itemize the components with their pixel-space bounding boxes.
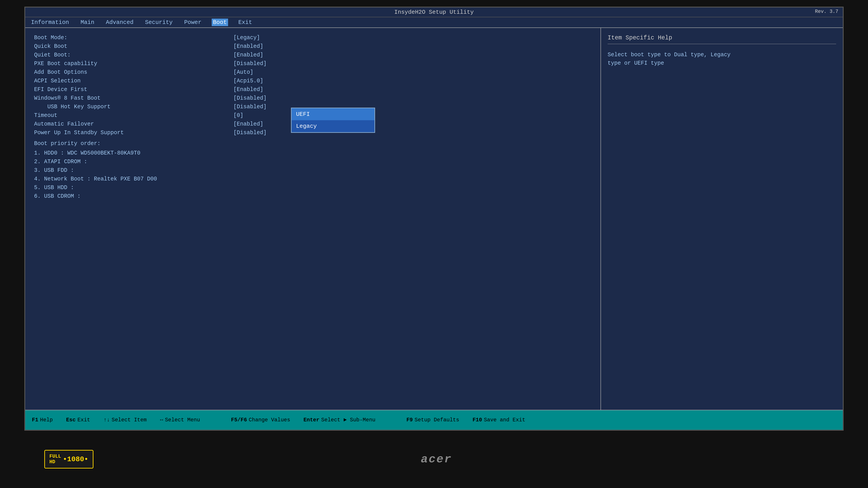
key-f10: F10 xyxy=(472,417,482,423)
value-boot-mode: [Legacy] xyxy=(234,34,260,41)
value-quiet-boot: [Enabled] xyxy=(234,52,263,58)
boot-order-item-4[interactable]: 4. Network Boot : Realtek PXE B07 D00 xyxy=(34,176,592,182)
full-hd-label: FULLHD xyxy=(50,454,61,465)
key-f1: F1 xyxy=(32,417,38,423)
value-usb-hotkey: [Disabled] xyxy=(234,103,267,110)
desc-select-menu: Select Menu xyxy=(165,417,200,423)
bios-row-add-boot[interactable]: Add Boot Options [Auto] xyxy=(34,69,592,75)
key-leftright: ↔ xyxy=(160,417,163,423)
key-enter: Enter xyxy=(304,417,319,423)
bios-row-boot-mode[interactable]: Boot Mode: [Legacy] xyxy=(34,34,592,41)
menu-security[interactable]: Security xyxy=(144,19,174,26)
value-quick-boot: [Enabled] xyxy=(234,43,263,50)
boot-order-item-5[interactable]: 5. USB HDD : xyxy=(34,184,592,191)
menu-advanced[interactable]: Advanced xyxy=(104,19,135,26)
label-quick-boot: Quick Boot xyxy=(34,43,234,50)
bios-row-quick-boot[interactable]: Quick Boot [Enabled] xyxy=(34,43,592,50)
left-panel: Boot Mode: [Legacy] Quick Boot [Enabled]… xyxy=(25,28,601,410)
bios-screen: InsydeH2O Setup Utility Rev. 3.7 Informa… xyxy=(24,7,844,431)
bios-row-quiet-boot[interactable]: Quiet Boot: [Enabled] xyxy=(34,52,592,58)
status-bar: F1 Help Esc Exit ↑↓ Select Item ↔ Select… xyxy=(25,410,843,430)
value-failover: [Enabled] xyxy=(234,121,263,127)
main-content: Boot Mode: [Legacy] Quick Boot [Enabled]… xyxy=(25,28,843,410)
menu-boot[interactable]: Boot xyxy=(212,19,228,26)
boot-order-item-3[interactable]: 3. USB FDD : xyxy=(34,167,592,174)
value-timeout: [0] xyxy=(234,112,243,119)
help-text: Select boot type to Dual type, Legacytyp… xyxy=(608,51,836,67)
monitor-outer: InsydeH2O Setup Utility Rev. 3.7 Informa… xyxy=(0,0,868,488)
menu-main[interactable]: Main xyxy=(79,19,96,26)
right-panel: Item Specific Help Select boot type to D… xyxy=(601,28,843,410)
label-failover: Automatic Failover xyxy=(34,121,234,127)
value-acpi: [Acpi5.0] xyxy=(234,78,263,84)
label-boot-mode: Boot Mode: xyxy=(34,34,234,41)
acer-logo: acer xyxy=(421,453,452,466)
status-f1: F1 Help xyxy=(32,417,53,423)
label-quiet-boot: Quiet Boot: xyxy=(34,52,234,58)
value-pxe-boot: [Disabled] xyxy=(234,60,267,67)
value-win8: [Disabled] xyxy=(234,95,267,101)
status-f5f6: F5/F6 Change Values xyxy=(231,417,290,423)
boot-order-list: 1. HDD0 : WDC WD5000BEKT-80KA9T0 2. ATAP… xyxy=(34,150,592,200)
desc-setup-defaults: Setup Defaults xyxy=(414,417,459,423)
resolution-label: •1080• xyxy=(63,455,88,463)
status-enter: Enter Select ► Sub-Menu xyxy=(304,417,376,423)
value-add-boot: [Auto] xyxy=(234,69,253,75)
status-updown: ↑↓ Select Item xyxy=(103,417,147,423)
boot-order-item-6[interactable]: 6. USB CDROM : xyxy=(34,193,592,200)
key-f5f6: F5/F6 xyxy=(231,417,247,423)
label-efi: EFI Device First xyxy=(34,86,234,93)
label-add-boot: Add Boot Options xyxy=(34,69,234,75)
dropdown-option-uefi[interactable]: UEFI xyxy=(291,108,374,120)
bios-row-efi[interactable]: EFI Device First [Enabled] xyxy=(34,86,592,93)
key-esc: Esc xyxy=(66,417,75,423)
menu-exit[interactable]: Exit xyxy=(237,19,253,26)
hd-badge: FULLHD •1080• xyxy=(44,450,93,468)
key-updown: ↑↓ xyxy=(103,417,110,423)
dropdown-popup: UEFI Legacy xyxy=(291,108,375,133)
value-power-standby: [Disabled] xyxy=(234,129,267,136)
status-f10: F10 Save and Exit xyxy=(472,417,525,423)
menu-bar: Information Main Advanced Security Power… xyxy=(25,17,843,28)
label-pxe-boot: PXE Boot capability xyxy=(34,60,234,67)
status-f9: F9 Setup Defaults xyxy=(406,417,459,423)
bios-row-acpi[interactable]: ACPI Selection [Acpi5.0] xyxy=(34,78,592,84)
help-title: Item Specific Help xyxy=(608,34,836,44)
boot-order-item-1[interactable]: 1. HDD0 : WDC WD5000BEKT-80KA9T0 xyxy=(34,150,592,156)
desc-select-submenu: Select ► Sub-Menu xyxy=(321,417,376,423)
desc-help: Help xyxy=(40,417,53,423)
monitor-bottom: FULLHD •1080• acer xyxy=(0,431,868,488)
menu-information[interactable]: Information xyxy=(30,19,70,26)
desc-select-item: Select Item xyxy=(112,417,147,423)
desc-exit: Exit xyxy=(78,417,90,423)
title-bar: InsydeH2O Setup Utility Rev. 3.7 xyxy=(25,7,843,17)
menu-power[interactable]: Power xyxy=(183,19,203,26)
label-win8: Windows® 8 Fast Boot xyxy=(34,95,234,101)
rev-label: Rev. 3.7 xyxy=(815,9,838,14)
desc-change-values: Change Values xyxy=(249,417,290,423)
label-power-standby: Power Up In Standby Support xyxy=(34,129,234,136)
value-efi: [Enabled] xyxy=(234,86,263,93)
key-f9: F9 xyxy=(406,417,413,423)
label-acpi: ACPI Selection xyxy=(34,78,234,84)
label-usb-hotkey: USB Hot Key Support xyxy=(34,103,234,110)
label-timeout: Timeout xyxy=(34,112,234,119)
boot-order-item-2[interactable]: 2. ATAPI CDROM : xyxy=(34,158,592,165)
dropdown-option-legacy[interactable]: Legacy xyxy=(291,120,374,132)
bios-title: InsydeH2O Setup Utility xyxy=(394,9,474,16)
status-esc: Esc Exit xyxy=(66,417,90,423)
desc-save-exit: Save and Exit xyxy=(484,417,525,423)
bios-row-pxe-boot[interactable]: PXE Boot capability [Disabled] xyxy=(34,60,592,67)
status-leftright: ↔ Select Menu xyxy=(160,417,200,423)
boot-priority-title: Boot priority order: xyxy=(34,141,592,147)
bios-row-win8[interactable]: Windows® 8 Fast Boot [Disabled] xyxy=(34,95,592,101)
